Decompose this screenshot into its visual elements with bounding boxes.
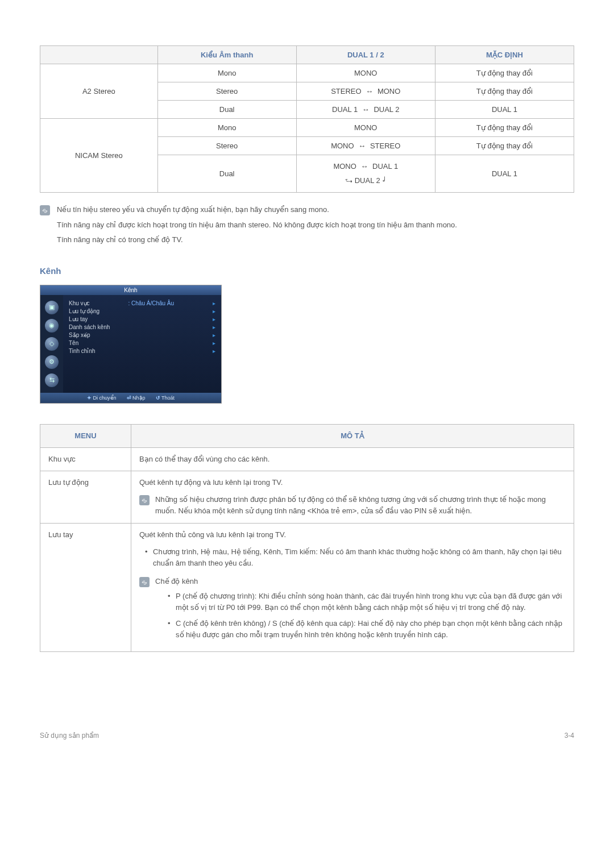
chevron-right-icon: ▸ [213,332,215,338]
dual-post: STEREO [370,142,400,150]
cell: MONO [296,119,435,137]
osd-screenshot: Kênh ▣ ◉ ◇ ⚙ ⇆ Khu vực: Châu Á/Châu Âu▸ … [40,285,222,404]
osd-row: Sắp xếp▸ [69,331,215,339]
osd-row: Lưu tự động▸ [69,308,215,315]
input-icon: ⇆ [45,373,59,387]
section-title: Kênh [40,266,574,276]
dual-pre: MONO [331,142,354,150]
cell: MONO [296,64,435,82]
desc-body: Quét kênh tự động và lưu kênh lại trong … [139,477,566,488]
bullet-item: Chương trình, Hệ màu, Hệ tiếng, Kênh, Tì… [145,546,566,569]
th-blank [40,46,158,64]
cell: DUAL 1 [435,101,574,119]
dual-pre: DUAL 1 [332,105,358,114]
bullet-item: P (chế độ chương trình): Khi điều chỉnh … [168,591,566,613]
cell: DUAL 1 [435,155,574,193]
cell: Stereo [157,137,296,155]
chevron-right-icon: ▸ [213,324,215,330]
dual-post: DUAL 2 [374,105,399,114]
dual-post: DUAL 1 [372,162,398,171]
note-icon [139,577,150,587]
chevron-right-icon: ▸ [213,340,215,346]
table-row: Lưu tự động Quét kênh tự động và lưu kên… [40,471,574,523]
cell: Tự động thay đổi [435,64,574,82]
arrow-lr-icon [356,142,368,150]
cell: Dual [157,155,296,193]
move-icon: ✦ [87,395,92,401]
cell: DUAL 1 DUAL 2 [296,101,435,119]
group-nicam: NICAM Stereo [40,119,158,193]
desc-note: Những số hiệu chương trình được phân bố … [155,494,566,517]
th-default: MẶC ĐỊNH [435,46,574,64]
note-line: Tính năng này chỉ được kích hoạt trong t… [57,219,457,231]
osd-row: Tinh chỉnh▸ [69,347,215,355]
osd-row: Danh sách kênh▸ [69,323,215,331]
chevron-right-icon: ▸ [213,316,215,322]
osd-sidebar: ▣ ◉ ◇ ⚙ ⇆ [40,295,63,393]
sub-note-title: Chế độ kênh [155,576,566,587]
th-menu: MENU [40,424,131,447]
menu-name: Lưu tự động [40,471,131,523]
chevron-right-icon: ▸ [213,348,215,354]
footer-right: 3-4 [565,732,574,740]
enter-icon: ↵ [382,176,386,185]
bullet-item: C (chế độ kênh trên không) / S (chế độ k… [168,618,566,641]
desc-body: Quét kênh thủ công và lưu kênh lại trong… [139,529,566,541]
menu-name: Khu vực [40,447,131,471]
cell: Tự động thay đổi [435,82,574,101]
channel-desc-table: MENU MÔ TẢ Khu vực Bạn có thể thay đổi v… [40,424,574,652]
channel-icon: ◇ [45,337,59,351]
page-footer: Sử dụng sản phẩm 3-4 [40,732,574,740]
osd-row: Lưu tay▸ [69,315,215,323]
note-icon [40,205,50,215]
cell: Dual [157,101,296,119]
dual-post: MONO [377,87,400,95]
group-a2: A2 Stereo [40,64,158,119]
branch-icon: ⮑ [345,176,355,185]
note-text: Nếu tín hiệu stereo yếu và chuyển tự độn… [57,204,457,248]
osd-footer: ✦ Di chuyển ⏎ Nhập ↺ Thoát [40,393,221,403]
menu-desc: Quét kênh thủ công và lưu kênh lại trong… [131,523,574,651]
table-row: Khu vực Bạn có thể thay đổi vùng cho các… [40,447,574,471]
dual-pre: MONO [333,162,356,171]
osd-title: Kênh [40,285,221,295]
cell: STEREO MONO [296,82,435,101]
cell: Mono [157,64,296,82]
exit-icon: ↺ [156,395,160,401]
cell: MONO DUAL 1 ⮑ DUAL 2 ↵ [296,155,435,193]
osd-list: Khu vực: Châu Á/Châu Âu▸ Lưu tự động▸ Lư… [63,295,221,393]
menu-desc: Bạn có thể thay đổi vùng cho các kênh. [131,447,574,471]
chevron-right-icon: ▸ [213,300,215,306]
cell-text: MONO [354,69,377,77]
sound-icon: ◉ [45,319,59,333]
menu-name: Lưu tay [40,523,131,651]
cell: Tự động thay đổi [435,119,574,137]
note-block: Nếu tín hiệu stereo yếu và chuyển tự độn… [40,204,574,248]
audio-type-table: Kiểu Âm thanh DUAL 1 / 2 MẶC ĐỊNH A2 Ste… [40,45,574,193]
picture-icon: ▣ [45,301,59,314]
cell: Mono [157,119,296,137]
table-row: Lưu tay Quét kênh thủ công và lưu kênh l… [40,523,574,651]
th-desc: MÔ TẢ [131,424,574,447]
cell: MONO STEREO [296,137,435,155]
th-audio-type: Kiểu Âm thanh [157,46,296,64]
arrow-lr-icon [360,105,372,114]
setup-icon: ⚙ [45,355,59,369]
cell: Tự động thay đổi [435,137,574,155]
cell: Stereo [157,82,296,101]
menu-desc: Quét kênh tự động và lưu kênh lại trong … [131,471,574,523]
chevron-right-icon: ▸ [213,308,215,314]
osd-row: Tên▸ [69,339,215,347]
dual-line2: DUAL 2 [355,176,380,185]
note-line: Nếu tín hiệu stereo yếu và chuyển tự độn… [57,204,457,215]
th-dual: DUAL 1 / 2 [296,46,435,64]
enter-icon: ⏎ [127,395,131,401]
note-line: Tính năng này chỉ có trong chế độ TV. [57,234,457,246]
arrow-lr-icon [358,162,370,171]
dual-pre: STEREO [331,87,361,95]
note-icon [139,495,150,505]
footer-left: Sử dụng sản phẩm [40,732,99,740]
arrow-lr-icon [363,87,375,95]
osd-row: Khu vực: Châu Á/Châu Âu▸ [69,300,215,308]
cell-text: MONO [354,123,377,132]
